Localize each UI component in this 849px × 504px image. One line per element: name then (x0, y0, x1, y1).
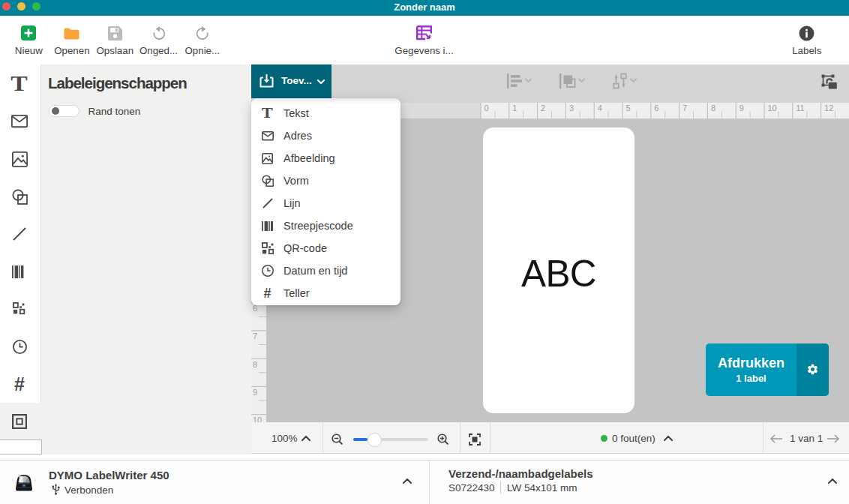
svg-text:3: 3 (569, 104, 574, 112)
svg-text:8: 8 (711, 104, 716, 112)
svg-text:0: 0 (484, 104, 489, 112)
svg-text:4: 4 (598, 104, 602, 112)
svg-text:2: 2 (541, 104, 545, 112)
svg-text:7: 7 (682, 104, 687, 112)
svg-text:10: 10 (768, 104, 777, 112)
svg-text:1: 1 (512, 104, 517, 112)
svg-text:6: 6 (654, 104, 658, 112)
svg-text:8: 8 (253, 360, 257, 369)
svg-text:7: 7 (253, 332, 257, 340)
svg-text:5: 5 (626, 104, 631, 112)
svg-text:9: 9 (740, 104, 744, 112)
svg-text:12: 12 (824, 104, 833, 112)
svg-text:9: 9 (253, 388, 257, 397)
svg-text:11: 11 (796, 104, 804, 112)
